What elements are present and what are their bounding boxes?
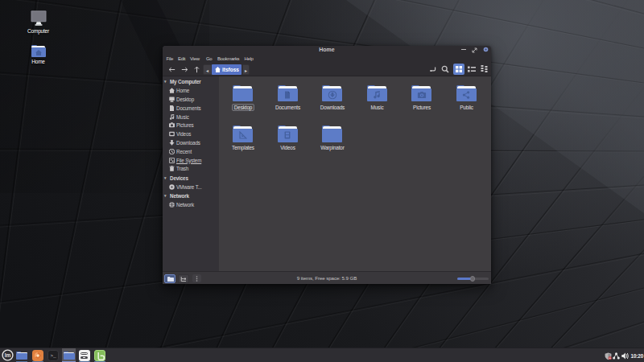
svg-text:lm: lm <box>5 352 11 358</box>
